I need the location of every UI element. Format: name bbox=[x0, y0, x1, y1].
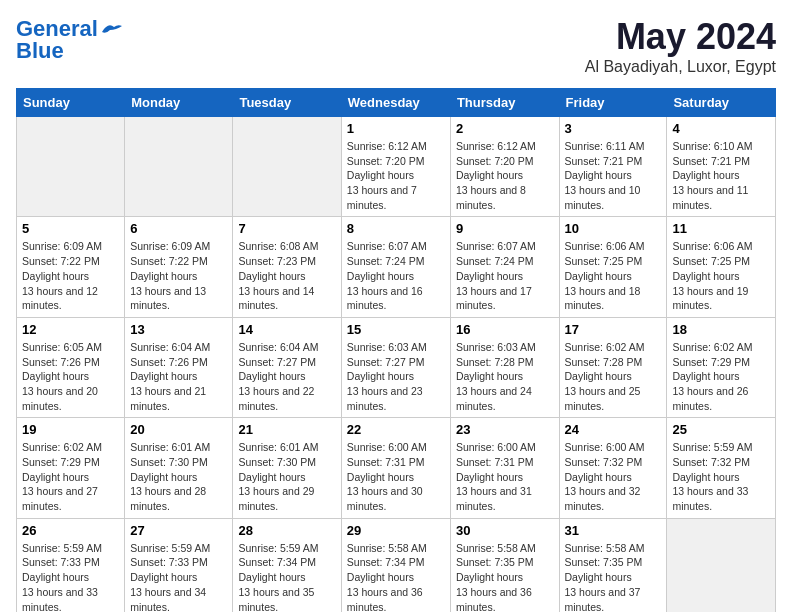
day-number: 30 bbox=[456, 523, 554, 538]
day-number: 18 bbox=[672, 322, 770, 337]
calendar-cell: 19Sunrise: 6:02 AMSunset: 7:29 PMDayligh… bbox=[17, 418, 125, 518]
calendar-cell: 30Sunrise: 5:58 AMSunset: 7:35 PMDayligh… bbox=[450, 518, 559, 612]
calendar-cell: 12Sunrise: 6:05 AMSunset: 7:26 PMDayligh… bbox=[17, 317, 125, 417]
calendar-cell: 28Sunrise: 5:59 AMSunset: 7:34 PMDayligh… bbox=[233, 518, 341, 612]
calendar-cell: 11Sunrise: 6:06 AMSunset: 7:25 PMDayligh… bbox=[667, 217, 776, 317]
day-info: Sunrise: 6:11 AMSunset: 7:21 PMDaylight … bbox=[565, 139, 662, 212]
day-info: Sunrise: 6:00 AMSunset: 7:32 PMDaylight … bbox=[565, 440, 662, 513]
calendar-cell bbox=[125, 117, 233, 217]
day-info: Sunrise: 6:02 AMSunset: 7:29 PMDaylight … bbox=[672, 340, 770, 413]
day-number: 3 bbox=[565, 121, 662, 136]
calendar-cell: 3Sunrise: 6:11 AMSunset: 7:21 PMDaylight… bbox=[559, 117, 667, 217]
day-number: 10 bbox=[565, 221, 662, 236]
calendar-cell: 22Sunrise: 6:00 AMSunset: 7:31 PMDayligh… bbox=[341, 418, 450, 518]
day-info: Sunrise: 5:58 AMSunset: 7:34 PMDaylight … bbox=[347, 541, 445, 612]
day-number: 12 bbox=[22, 322, 119, 337]
calendar-cell: 25Sunrise: 5:59 AMSunset: 7:32 PMDayligh… bbox=[667, 418, 776, 518]
calendar-cell: 4Sunrise: 6:10 AMSunset: 7:21 PMDaylight… bbox=[667, 117, 776, 217]
weekday-header-monday: Monday bbox=[125, 89, 233, 117]
day-info: Sunrise: 5:58 AMSunset: 7:35 PMDaylight … bbox=[565, 541, 662, 612]
week-row-4: 19Sunrise: 6:02 AMSunset: 7:29 PMDayligh… bbox=[17, 418, 776, 518]
day-info: Sunrise: 5:59 AMSunset: 7:33 PMDaylight … bbox=[130, 541, 227, 612]
day-number: 1 bbox=[347, 121, 445, 136]
weekday-header-row: SundayMondayTuesdayWednesdayThursdayFrid… bbox=[17, 89, 776, 117]
day-info: Sunrise: 6:01 AMSunset: 7:30 PMDaylight … bbox=[238, 440, 335, 513]
calendar-table: SundayMondayTuesdayWednesdayThursdayFrid… bbox=[16, 88, 776, 612]
day-info: Sunrise: 6:09 AMSunset: 7:22 PMDaylight … bbox=[130, 239, 227, 312]
calendar-cell: 7Sunrise: 6:08 AMSunset: 7:23 PMDaylight… bbox=[233, 217, 341, 317]
calendar-cell: 9Sunrise: 6:07 AMSunset: 7:24 PMDaylight… bbox=[450, 217, 559, 317]
calendar-cell: 16Sunrise: 6:03 AMSunset: 7:28 PMDayligh… bbox=[450, 317, 559, 417]
day-info: Sunrise: 6:00 AMSunset: 7:31 PMDaylight … bbox=[456, 440, 554, 513]
day-number: 14 bbox=[238, 322, 335, 337]
calendar-cell: 10Sunrise: 6:06 AMSunset: 7:25 PMDayligh… bbox=[559, 217, 667, 317]
week-row-1: 1Sunrise: 6:12 AMSunset: 7:20 PMDaylight… bbox=[17, 117, 776, 217]
day-number: 5 bbox=[22, 221, 119, 236]
day-number: 25 bbox=[672, 422, 770, 437]
calendar-cell: 24Sunrise: 6:00 AMSunset: 7:32 PMDayligh… bbox=[559, 418, 667, 518]
logo-blue-text: Blue bbox=[16, 38, 64, 64]
calendar-cell: 20Sunrise: 6:01 AMSunset: 7:30 PMDayligh… bbox=[125, 418, 233, 518]
day-number: 4 bbox=[672, 121, 770, 136]
calendar-cell: 29Sunrise: 5:58 AMSunset: 7:34 PMDayligh… bbox=[341, 518, 450, 612]
calendar-cell: 17Sunrise: 6:02 AMSunset: 7:28 PMDayligh… bbox=[559, 317, 667, 417]
calendar-cell: 2Sunrise: 6:12 AMSunset: 7:20 PMDaylight… bbox=[450, 117, 559, 217]
day-info: Sunrise: 6:12 AMSunset: 7:20 PMDaylight … bbox=[456, 139, 554, 212]
month-year: May 2024 bbox=[585, 16, 776, 58]
day-number: 6 bbox=[130, 221, 227, 236]
day-info: Sunrise: 6:07 AMSunset: 7:24 PMDaylight … bbox=[456, 239, 554, 312]
calendar-cell: 6Sunrise: 6:09 AMSunset: 7:22 PMDaylight… bbox=[125, 217, 233, 317]
day-info: Sunrise: 6:07 AMSunset: 7:24 PMDaylight … bbox=[347, 239, 445, 312]
calendar-cell: 21Sunrise: 6:01 AMSunset: 7:30 PMDayligh… bbox=[233, 418, 341, 518]
page-header: General Blue May 2024 Al Bayadiyah, Luxo… bbox=[16, 16, 776, 76]
day-info: Sunrise: 6:08 AMSunset: 7:23 PMDaylight … bbox=[238, 239, 335, 312]
weekday-header-friday: Friday bbox=[559, 89, 667, 117]
day-number: 19 bbox=[22, 422, 119, 437]
logo: General Blue bbox=[16, 16, 122, 64]
calendar-cell: 27Sunrise: 5:59 AMSunset: 7:33 PMDayligh… bbox=[125, 518, 233, 612]
day-info: Sunrise: 6:01 AMSunset: 7:30 PMDaylight … bbox=[130, 440, 227, 513]
day-number: 22 bbox=[347, 422, 445, 437]
calendar-cell: 23Sunrise: 6:00 AMSunset: 7:31 PMDayligh… bbox=[450, 418, 559, 518]
day-number: 8 bbox=[347, 221, 445, 236]
day-info: Sunrise: 6:00 AMSunset: 7:31 PMDaylight … bbox=[347, 440, 445, 513]
day-info: Sunrise: 6:02 AMSunset: 7:29 PMDaylight … bbox=[22, 440, 119, 513]
day-number: 29 bbox=[347, 523, 445, 538]
day-number: 23 bbox=[456, 422, 554, 437]
day-info: Sunrise: 6:09 AMSunset: 7:22 PMDaylight … bbox=[22, 239, 119, 312]
calendar-cell bbox=[667, 518, 776, 612]
day-info: Sunrise: 6:10 AMSunset: 7:21 PMDaylight … bbox=[672, 139, 770, 212]
day-number: 13 bbox=[130, 322, 227, 337]
day-info: Sunrise: 6:06 AMSunset: 7:25 PMDaylight … bbox=[672, 239, 770, 312]
day-info: Sunrise: 5:59 AMSunset: 7:34 PMDaylight … bbox=[238, 541, 335, 612]
weekday-header-sunday: Sunday bbox=[17, 89, 125, 117]
logo-bird-icon bbox=[100, 22, 122, 38]
week-row-3: 12Sunrise: 6:05 AMSunset: 7:26 PMDayligh… bbox=[17, 317, 776, 417]
day-info: Sunrise: 6:03 AMSunset: 7:28 PMDaylight … bbox=[456, 340, 554, 413]
day-number: 15 bbox=[347, 322, 445, 337]
day-info: Sunrise: 5:59 AMSunset: 7:33 PMDaylight … bbox=[22, 541, 119, 612]
day-number: 21 bbox=[238, 422, 335, 437]
day-info: Sunrise: 5:59 AMSunset: 7:32 PMDaylight … bbox=[672, 440, 770, 513]
day-info: Sunrise: 6:12 AMSunset: 7:20 PMDaylight … bbox=[347, 139, 445, 212]
day-number: 28 bbox=[238, 523, 335, 538]
day-info: Sunrise: 6:03 AMSunset: 7:27 PMDaylight … bbox=[347, 340, 445, 413]
week-row-2: 5Sunrise: 6:09 AMSunset: 7:22 PMDaylight… bbox=[17, 217, 776, 317]
calendar-cell: 1Sunrise: 6:12 AMSunset: 7:20 PMDaylight… bbox=[341, 117, 450, 217]
calendar-cell bbox=[17, 117, 125, 217]
calendar-cell: 13Sunrise: 6:04 AMSunset: 7:26 PMDayligh… bbox=[125, 317, 233, 417]
day-info: Sunrise: 6:02 AMSunset: 7:28 PMDaylight … bbox=[565, 340, 662, 413]
calendar-cell: 15Sunrise: 6:03 AMSunset: 7:27 PMDayligh… bbox=[341, 317, 450, 417]
day-number: 17 bbox=[565, 322, 662, 337]
week-row-5: 26Sunrise: 5:59 AMSunset: 7:33 PMDayligh… bbox=[17, 518, 776, 612]
day-number: 7 bbox=[238, 221, 335, 236]
day-info: Sunrise: 6:04 AMSunset: 7:26 PMDaylight … bbox=[130, 340, 227, 413]
day-info: Sunrise: 6:04 AMSunset: 7:27 PMDaylight … bbox=[238, 340, 335, 413]
day-number: 24 bbox=[565, 422, 662, 437]
day-number: 16 bbox=[456, 322, 554, 337]
weekday-header-thursday: Thursday bbox=[450, 89, 559, 117]
calendar-cell: 14Sunrise: 6:04 AMSunset: 7:27 PMDayligh… bbox=[233, 317, 341, 417]
day-number: 2 bbox=[456, 121, 554, 136]
calendar-cell: 31Sunrise: 5:58 AMSunset: 7:35 PMDayligh… bbox=[559, 518, 667, 612]
day-number: 31 bbox=[565, 523, 662, 538]
